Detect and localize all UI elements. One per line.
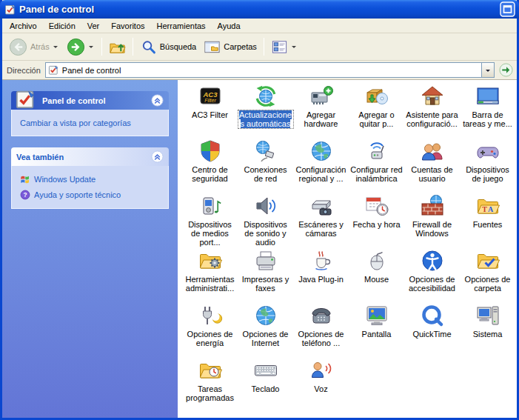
menu-item[interactable]: Archivo [4,20,43,32]
menu-item[interactable]: Herramientas [151,20,212,32]
control-panel-item[interactable]: Opciones de Internet [238,302,293,357]
task-link[interactable]: ?Ayuda y soporte técnico [20,190,161,200]
control-panel-item[interactable]: Herramientas administrati... [182,247,238,302]
chevron-up-icon[interactable] [151,150,164,163]
addressbar: Dirección Panel de control [2,61,517,80]
back-arrow-icon [9,38,27,56]
back-dropdown-caret[interactable] [53,44,59,50]
control-panel-item[interactable]: TAFuentes [460,193,515,247]
folder-up-icon [109,39,126,56]
control-panel-item[interactable]: Fecha y hora [349,193,404,247]
forward-dropdown-caret[interactable] [88,44,95,50]
control-panel-item[interactable]: Pantalla [349,302,404,357]
menu-item[interactable]: Ver [81,20,106,32]
control-panel-item[interactable]: Agregar hardware [293,83,349,138]
forward-button[interactable] [63,36,98,59]
icon-grid: AC3FilterAC3 FilterActualizaciones autom… [182,83,517,412]
item-label: Agregar hardware [294,110,349,128]
control-panel-item[interactable]: Conexiones de red [238,138,293,193]
item-label: Agregar o quitar p... [349,110,404,128]
control-panel-item[interactable]: QuickTime [404,302,460,357]
item-label: Conexiones de red [238,165,293,183]
maximize-button[interactable] [500,1,515,17]
item-label: Tareas programadas [183,384,238,402]
control-panel-item[interactable]: Opciones de energía [182,302,238,357]
control-panel-item[interactable]: Voz [293,357,349,412]
item-label: Mouse [364,275,389,284]
sounds-audio-devices-icon [254,194,278,218]
windows-firewall-icon [421,194,444,218]
windows-update-icon [20,174,30,184]
wireless-network-setup-icon [365,139,389,163]
java-plugin-icon [309,249,333,273]
folders-button-label: Carpetas [224,42,257,51]
views-dropdown-caret[interactable] [291,44,298,50]
menu-item[interactable]: Ayuda [212,20,247,32]
control-panel-item[interactable]: Firewall de Windows [404,193,460,247]
go-button[interactable] [499,63,513,77]
control-panel-item[interactable]: Opciones de teléfono ... [293,302,349,357]
search-button[interactable]: Búsqueda [136,36,201,58]
control-panel-item[interactable]: Dispositivos de sonido y audio [238,193,293,247]
item-label: Actualizaciones automáticas [238,110,293,128]
search-icon [140,39,157,56]
control-panel-item[interactable]: Tareas programadas [182,357,238,412]
control-panel-item[interactable]: Opciones de accesibilidad [404,247,460,302]
see-also-panel-header[interactable]: Vea también [11,147,169,166]
control-panel-item[interactable]: Sistema [460,302,515,357]
item-label: Opciones de Internet [238,330,293,347]
titlebar[interactable]: Panel de control [0,0,519,19]
menu-item[interactable]: Edición [43,20,81,32]
add-hardware-icon [309,84,333,108]
internet-options-icon [254,304,278,327]
control-panel-item[interactable]: Escáneres y cámaras [293,193,349,247]
toolbar: Atrás Búsqueda Carpetas [2,33,517,61]
views-button[interactable] [267,36,301,58]
control-panel-item[interactable]: Barra de tareas y me... [460,83,515,138]
item-label: Sistema [472,330,503,339]
network-setup-wizard-icon [421,84,444,108]
folder-view: Panel de control Cambiar a vista por cat… [2,80,517,418]
back-button[interactable]: Atrás [5,36,63,59]
item-label: QuickTime [412,330,452,339]
toolbar-separator [133,38,133,56]
phone-modem-options-icon [309,304,333,327]
control-panel-item[interactable]: Cuentas de usuario [404,138,460,193]
control-panel-item[interactable]: Dispositivos de medios port... [182,193,238,247]
control-panel-item[interactable]: Dispositivos de juego [460,138,515,193]
control-panel-item[interactable]: Java Plug-in [293,247,349,302]
control-panel-item[interactable]: Actualizaciones automáticas [238,83,293,138]
control-panel-item[interactable]: Centro de seguridad [182,138,238,193]
control-panel-item[interactable]: Mouse [349,247,404,302]
task-link[interactable]: Windows Update [20,175,161,184]
item-label: Opciones de carpeta [461,275,515,293]
control-panel-item[interactable]: Impresoras y faxes [238,247,293,302]
item-label: Pantalla [361,330,392,339]
control-panel-panel-header[interactable]: Panel de control [11,91,169,110]
task-link-label: Cambiar a vista por categorías [20,119,131,127]
item-label: Centro de seguridad [183,165,238,183]
quicktime-icon [421,304,444,327]
address-dropdown-button[interactable] [481,63,494,77]
control-panel-item[interactable]: Asistente para configuració... [404,83,460,138]
folders-button[interactable]: Carpetas [200,36,261,58]
task-link[interactable]: Cambiar a vista por categorías [20,119,161,127]
control-panel-item[interactable]: AC3FilterAC3 Filter [182,83,238,138]
control-panel-panel-icon [15,88,37,110]
automatic-updates-icon [254,84,278,108]
task-pane: Panel de control Cambiar a vista por cat… [2,80,178,418]
control-panel-item[interactable]: Teclado [238,357,293,412]
menu-item[interactable]: Favoritos [105,20,150,32]
portable-media-devices-icon [198,194,222,218]
item-label: Opciones de teléfono ... [294,330,349,347]
chevron-up-icon[interactable] [151,94,164,107]
help-icon: ? [20,190,30,200]
control-panel-item[interactable]: Agregar o quitar p... [349,83,404,138]
item-label: Impresoras y faxes [238,275,293,293]
control-panel-item[interactable]: Opciones de carpeta [460,247,515,302]
up-button[interactable] [105,36,130,58]
control-panel-item[interactable]: Configurar red inalámbrica [349,138,404,193]
control-panel-panel-title: Panel de control [42,96,106,105]
control-panel-item[interactable]: Configuración regional y ... [293,138,349,193]
address-combo[interactable]: Panel de control [45,62,495,78]
